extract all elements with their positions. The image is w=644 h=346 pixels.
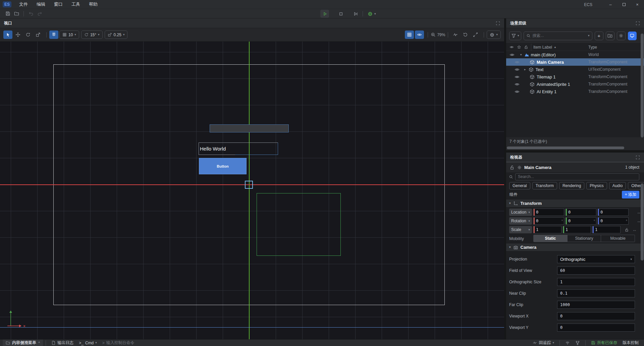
location-y-input[interactable]: [567, 210, 596, 215]
eye-icon[interactable]: [515, 67, 520, 72]
world-view-dropdown[interactable]: ▾: [487, 31, 501, 39]
rotation-x-input[interactable]: [535, 219, 561, 223]
rotate-snap-dropdown[interactable]: 15° ▾: [81, 31, 103, 39]
minimize-button[interactable]: –: [604, 0, 617, 9]
button-object[interactable]: Button: [199, 158, 247, 174]
menu-edit[interactable]: 编辑: [32, 1, 50, 7]
eye-column-icon[interactable]: [509, 45, 514, 49]
close-button[interactable]: ×: [631, 0, 644, 9]
panel-expand-icon[interactable]: [496, 21, 500, 25]
scale-y-input[interactable]: [564, 227, 591, 232]
camera-section-header[interactable]: ▾ Camera: [506, 243, 644, 251]
reset-view-button[interactable]: [461, 31, 470, 39]
tab-physics[interactable]: Physics: [586, 182, 607, 189]
tree-row-animatedsprite[interactable]: AnimatedSprite 1 TransformComponent: [506, 80, 644, 88]
gear-icon[interactable]: [517, 165, 522, 170]
eye-icon[interactable]: [515, 74, 520, 79]
save-button[interactable]: [3, 10, 12, 18]
panel-expand-icon[interactable]: [636, 21, 640, 25]
location-x-input[interactable]: [535, 210, 564, 215]
eye-icon[interactable]: [515, 82, 520, 87]
undo-button[interactable]: [26, 10, 35, 18]
mobility-stationary[interactable]: Stationary: [568, 235, 601, 242]
network-status-button[interactable]: [565, 341, 570, 345]
add-component-button[interactable]: + 添加: [622, 191, 639, 198]
hierarchy-settings-button[interactable]: [617, 32, 626, 40]
tree-row-ai-entity[interactable]: AI Entity 1 TransformComponent: [506, 88, 644, 95]
mobility-movable[interactable]: Movable: [601, 235, 635, 242]
tab-audio[interactable]: Audio: [609, 182, 626, 189]
projection-dropdown[interactable]: Orthographic ▾: [557, 255, 635, 263]
tree-row-text[interactable]: ▸ Text UITextComponent: [506, 66, 644, 73]
menu-help[interactable]: 帮助: [85, 1, 102, 7]
snap-toggle-button[interactable]: [49, 31, 58, 39]
stats-button[interactable]: [451, 31, 460, 39]
grid-snap-dropdown[interactable]: 10 ▾: [59, 31, 79, 39]
content-drawer-button[interactable]: 内容侧滑菜单 ^: [3, 340, 43, 346]
tree-row-main[interactable]: ▾ main (Editor) World: [506, 51, 644, 58]
cmd-dropdown[interactable]: >_ Cmd ▾: [79, 341, 97, 345]
eye-icon[interactable]: [515, 89, 520, 94]
link-axes-icon[interactable]: ↔: [632, 227, 637, 232]
label-column-header[interactable]: Item Label: [533, 45, 552, 50]
uniform-scale-lock-icon[interactable]: [625, 228, 629, 232]
menu-file[interactable]: 文件: [15, 1, 32, 7]
location-z-input[interactable]: [599, 210, 628, 215]
output-log-button[interactable]: 输出日志: [51, 340, 73, 346]
panel-expand-icon[interactable]: [636, 155, 640, 160]
star-column-icon[interactable]: [517, 45, 521, 49]
inspector-search-input[interactable]: Search...: [515, 173, 639, 180]
chevron-right-icon[interactable]: ▸: [524, 68, 526, 71]
rotation-z-input[interactable]: [599, 219, 626, 223]
tree-row-main-camera[interactable]: Main Camera TransformComponent: [506, 58, 644, 66]
rotation-y-input[interactable]: [567, 219, 594, 223]
hierarchy-hscrollbar[interactable]: [506, 146, 644, 150]
stop-button[interactable]: [336, 10, 345, 18]
new-folder-button[interactable]: [606, 32, 614, 40]
scrollbar-thumb[interactable]: [641, 183, 644, 261]
add-entity-button[interactable]: +: [595, 32, 603, 40]
fullscreen-button[interactable]: [471, 31, 480, 39]
transform-section-header[interactable]: ▾ Transform: [506, 199, 644, 208]
filter-dropdown[interactable]: ▾: [509, 32, 521, 40]
inspector-vscrollbar[interactable]: [641, 183, 644, 261]
scale-snap-dropdown[interactable]: 0.25 ▾: [105, 31, 128, 39]
scene-canvas[interactable]: Hello World Button ×: [0, 42, 504, 339]
eye-icon[interactable]: [515, 60, 520, 65]
type-column-header[interactable]: Type: [588, 45, 597, 50]
tilemap-object[interactable]: [210, 124, 289, 132]
mobility-static[interactable]: Static: [534, 235, 568, 242]
scale-x-input[interactable]: [535, 227, 561, 232]
far-clip-input[interactable]: [560, 302, 632, 307]
rotate-tool-button[interactable]: [23, 31, 33, 39]
zoom-icon[interactable]: [431, 32, 436, 37]
rotation-dropdown[interactable]: Rotation▾: [509, 217, 532, 225]
app-logo[interactable]: ES: [3, 1, 11, 7]
maximize-button[interactable]: [617, 0, 631, 9]
trace-dropdown[interactable]: 回追踪 ▾: [533, 340, 554, 346]
visibility-toggle-button[interactable]: [415, 31, 424, 39]
hierarchy-vscrollbar[interactable]: [641, 34, 644, 137]
open-folder-button[interactable]: [12, 10, 21, 18]
source-control-button[interactable]: [575, 341, 580, 345]
tab-general[interactable]: General: [509, 182, 530, 189]
lock-column-icon[interactable]: [524, 45, 528, 49]
scale-z-input[interactable]: [594, 227, 620, 232]
scale-dropdown[interactable]: Scale▾: [509, 226, 532, 233]
editor-view-button[interactable]: [628, 32, 637, 40]
menu-tools[interactable]: 工具: [67, 1, 85, 7]
lock-icon[interactable]: [509, 165, 515, 170]
text-object[interactable]: Hello World: [199, 142, 278, 155]
tab-rendering[interactable]: Rendering: [559, 182, 584, 189]
location-dropdown[interactable]: Location▾: [509, 209, 532, 216]
panel-divider[interactable]: [506, 150, 644, 153]
tree-row-tilemap[interactable]: Tilemap 1 TransformComponent: [506, 73, 644, 80]
scrollbar-thumb[interactable]: [507, 147, 624, 149]
step-button[interactable]: [351, 10, 360, 18]
eye-icon[interactable]: [509, 52, 515, 57]
hierarchy-search-input[interactable]: 搜索... ▾: [524, 32, 592, 40]
version-control-button[interactable]: 版本控制: [623, 340, 639, 346]
ortho-size-input[interactable]: [560, 280, 632, 284]
play-button[interactable]: [320, 10, 329, 18]
move-tool-button[interactable]: [13, 31, 22, 39]
